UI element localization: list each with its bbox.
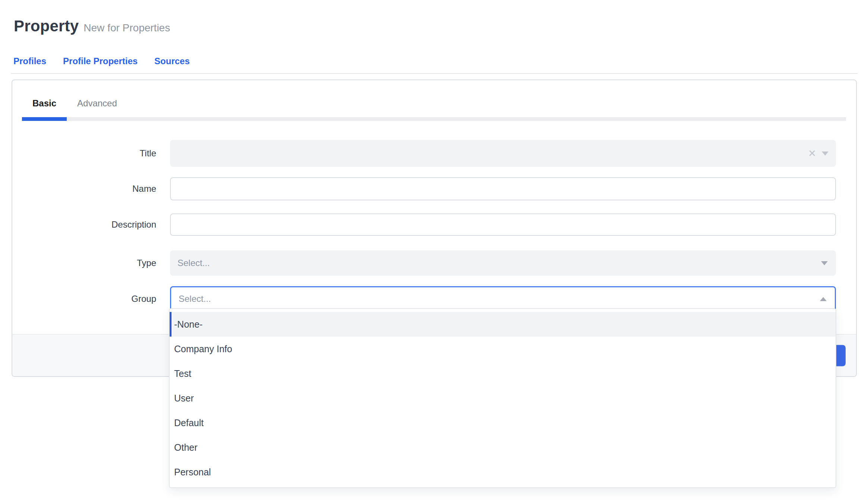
group-dropdown-menu: -None- Company Info Test User Default Ot… [169,308,836,488]
group-select[interactable]: Select... [170,286,836,312]
description-label: Description [22,219,156,230]
group-option-user[interactable]: User [170,386,836,410]
group-label: Group [22,294,156,304]
header-nav: Profiles Profile Properties Sources [13,56,190,67]
form-row-type: Type Select... [22,250,836,276]
group-option-other[interactable]: Other [170,435,836,460]
basic-form: Title ✕ Name Description Type [22,131,836,312]
caret-down-icon[interactable] [821,261,828,265]
group-option-none[interactable]: -None- [170,312,836,337]
title-multiselect[interactable]: ✕ [170,140,836,167]
clear-icon[interactable]: ✕ [808,149,816,158]
nav-link-sources[interactable]: Sources [154,56,190,67]
form-row-title: Title ✕ [22,140,836,167]
page-subtitle: New for Properties [84,22,170,34]
tab-track [22,117,846,121]
form-row-group: Group Select... [22,286,836,312]
page-header: Property New for Properties [14,17,170,35]
group-option-test[interactable]: Test [170,361,836,386]
caret-up-icon[interactable] [820,297,827,301]
form-row-name: Name [22,177,836,200]
name-label: Name [22,184,156,194]
group-option-default[interactable]: Default [170,410,836,435]
active-tab-indicator [22,117,67,121]
title-label: Title [22,148,156,159]
tab-basic[interactable]: Basic [22,98,67,117]
type-select[interactable]: Select... [170,250,836,276]
nav-link-profile-properties[interactable]: Profile Properties [63,56,138,67]
tab-basic-label: Basic [32,98,56,108]
tab-bar: Basic Advanced [22,98,846,117]
nav-link-profiles[interactable]: Profiles [13,56,46,67]
form-row-description: Description [22,213,836,236]
type-select-placeholder: Select... [177,258,210,268]
tab-advanced-label: Advanced [77,98,117,108]
type-label: Type [22,258,156,268]
group-option-personal[interactable]: Personal [170,460,836,484]
page-title: Property [14,17,79,35]
group-option-company-info[interactable]: Company Info [170,337,836,361]
tab-advanced[interactable]: Advanced [67,98,128,117]
group-select-placeholder: Select... [179,294,211,304]
description-input[interactable] [170,213,836,236]
header-divider [11,73,858,74]
caret-down-icon[interactable] [822,151,828,156]
name-input[interactable] [170,177,836,200]
